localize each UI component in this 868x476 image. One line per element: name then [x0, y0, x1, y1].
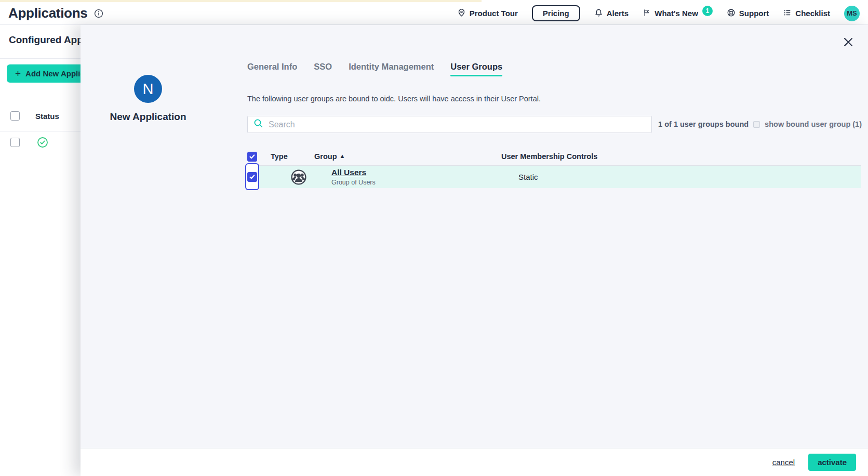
sort-asc-icon: ▲ [340, 153, 345, 159]
group-column-header[interactable]: Group ▲ [314, 152, 501, 161]
product-tour-icon [457, 8, 466, 19]
plus-icon: + [15, 70, 21, 77]
row-checkbox-focus-ring [245, 163, 259, 190]
row-checkbox[interactable] [247, 172, 257, 182]
search-icon [253, 118, 263, 130]
bell-icon [594, 8, 603, 19]
app-summary: N New Application [96, 75, 200, 123]
show-bound-label: show bound user group (1) [765, 120, 862, 128]
application-name: New Application [96, 111, 200, 123]
application-config-panel: N New Application General Info SSO Ident… [81, 25, 868, 476]
product-tour-button[interactable]: Product Tour [457, 8, 518, 19]
panel-tabs: General Info SSO Identity Management Use… [247, 62, 502, 76]
support-button[interactable]: Support [727, 8, 769, 19]
user-groups-table: Type Group ▲ User Membership Controls [247, 150, 861, 188]
search-box [247, 116, 652, 133]
tab-general-info[interactable]: General Info [247, 62, 297, 76]
user-group-icon [290, 169, 307, 186]
whats-new-button[interactable]: What's New 1 [643, 8, 713, 19]
application-avatar: N [134, 75, 162, 103]
table-row[interactable]: All Users Group of Users Static [247, 165, 861, 188]
membership-control-value: Static [518, 173, 861, 181]
tab-identity-management[interactable]: Identity Management [349, 62, 434, 76]
group-name-link[interactable]: All Users [331, 168, 366, 177]
group-type-label: Group of Users [331, 179, 518, 186]
main-header: Applications Product Tour Pricing Alerts… [0, 2, 868, 25]
status-column-header: Status [35, 112, 59, 121]
info-icon[interactable] [94, 9, 103, 18]
type-column-header[interactable]: Type [271, 152, 314, 161]
alerts-button[interactable]: Alerts [594, 8, 629, 19]
search-input[interactable] [269, 120, 646, 129]
header-nav: Product Tour Pricing Alerts What's New 1… [457, 5, 860, 21]
top-banner [0, 0, 482, 2]
membership-column-header[interactable]: User Membership Controls [501, 152, 861, 161]
status-active-icon [37, 137, 48, 150]
page-title: Applications [8, 5, 87, 21]
panel-footer: cancel activate [81, 448, 868, 476]
show-bound-checkbox[interactable] [753, 121, 760, 128]
select-all-groups-checkbox[interactable] [247, 152, 257, 162]
checklist-button[interactable]: Checklist [783, 8, 830, 19]
user-groups-description: The following user groups are bound to o… [247, 95, 541, 103]
user-avatar[interactable]: MS [844, 6, 860, 21]
bound-summary-text: 1 of 1 user groups bound [658, 120, 749, 128]
checklist-label: Checklist [795, 9, 830, 18]
whats-new-badge: 1 [702, 6, 713, 16]
pricing-button[interactable]: Pricing [532, 5, 580, 21]
table-header: Type Group ▲ User Membership Controls [247, 150, 861, 163]
row-highlight: All Users Group of Users Static [253, 165, 861, 188]
support-label: Support [739, 9, 769, 18]
tab-sso[interactable]: SSO [314, 62, 332, 76]
alerts-label: Alerts [607, 9, 629, 18]
close-icon[interactable] [842, 35, 855, 49]
cancel-button[interactable]: cancel [772, 458, 795, 467]
group-column-label: Group [314, 152, 337, 161]
tab-user-groups[interactable]: User Groups [450, 62, 502, 76]
checklist-icon [783, 8, 792, 19]
flag-icon [643, 8, 651, 19]
select-all-applications-checkbox[interactable] [10, 111, 20, 121]
lifebuoy-icon [727, 8, 736, 19]
bound-summary-cluster: 1 of 1 user groups bound show bound user… [658, 120, 862, 128]
application-row-checkbox[interactable] [10, 138, 20, 147]
activate-button[interactable]: activate [808, 454, 856, 471]
product-tour-label: Product Tour [470, 9, 518, 18]
whats-new-label: What's New [655, 9, 698, 18]
